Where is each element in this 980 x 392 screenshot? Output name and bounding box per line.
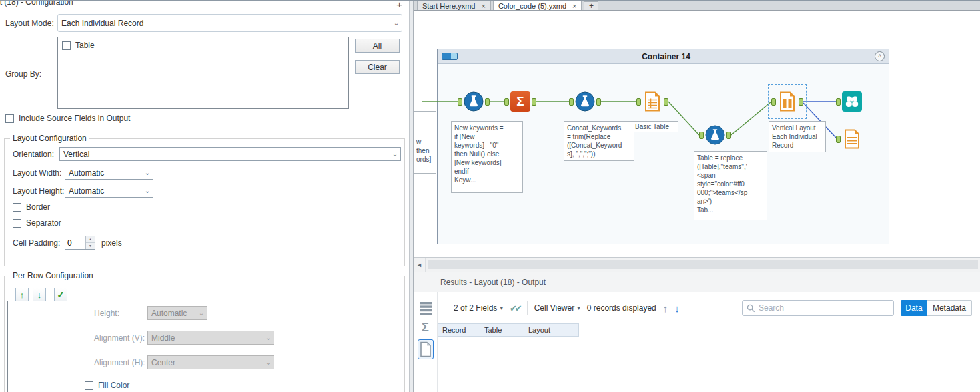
panel-splitter[interactable] [409,1,414,392]
container-collapse-button[interactable]: ^ [875,51,885,61]
input-anchor[interactable] [458,98,462,106]
results-grid-body[interactable] [438,337,980,392]
tool-formula-3[interactable] [699,125,731,145]
new-tab-button[interactable]: + [584,1,598,10]
summarize-tool-icon[interactable]: Σ [510,91,530,112]
fill-color-row[interactable]: Fill Color [85,381,129,390]
input-anchor[interactable] [836,136,841,143]
separator-checkbox[interactable] [13,219,21,228]
table-checkbox[interactable] [62,41,71,50]
column-header-record[interactable]: Record [438,323,480,337]
input-anchor[interactable] [636,98,641,106]
output-anchor[interactable] [664,98,668,106]
border-checkbox[interactable] [13,203,21,212]
tool-basic-table[interactable] [636,91,668,112]
fill-color-checkbox[interactable] [85,381,93,390]
include-source-fields-row[interactable]: Include Source Fields in Output [5,114,130,123]
chevron-down-icon: ⌄ [390,151,400,158]
annotation-layout-tool[interactable]: Vertical Layout Each Individual Record [769,121,826,152]
move-down-button[interactable]: ↓ [33,288,46,301]
results-anchor-output-button[interactable] [418,339,434,359]
tool-formula-2[interactable] [569,91,601,112]
search-input[interactable] [759,303,889,313]
output-anchor[interactable] [596,98,601,106]
browse-tool-icon[interactable] [842,91,862,112]
border-row[interactable]: Border [13,202,50,212]
separator-row[interactable]: Separator [13,218,61,228]
sigma-icon: Σ [422,321,429,333]
layout-tool-icon[interactable] [777,91,797,112]
output-anchor[interactable] [799,98,803,106]
tool-formula-1[interactable] [458,91,490,112]
input-anchor[interactable] [836,98,841,106]
tab-start-here[interactable]: Start Here.yxmd × [417,1,491,10]
tool-render[interactable] [836,129,868,149]
annotation-basic-table[interactable]: Basic Table [632,121,678,132]
move-up-button[interactable]: ↑ [15,288,29,301]
scroll-left-button[interactable]: ◄ [414,258,426,272]
input-anchor[interactable] [504,98,509,106]
metadata-button[interactable]: Metadata [927,300,972,316]
double-check-icon[interactable]: ✔✔ [510,303,520,313]
group-by-list[interactable]: Table [57,37,349,109]
formula-tool-icon[interactable] [464,91,484,112]
formula-tool-icon[interactable] [575,91,595,112]
spin-up-icon[interactable]: ▲ [86,236,95,243]
alignment-h-select[interactable]: Center ⌄ [147,355,274,369]
scrollbar-thumb[interactable] [428,260,978,269]
alignment-v-select[interactable]: Middle ⌄ [147,331,274,345]
results-anchor-rows-button[interactable] [419,301,432,315]
spin-down-icon[interactable]: ▼ [86,243,95,249]
annotation-formula-concat[interactable]: Concat_Keywords = trim(Replace ([Concat_… [564,121,634,161]
tool-browse[interactable] [836,91,868,112]
tab-color-code[interactable]: Color_code (5).yxmd × [493,1,582,10]
container-enable-toggle[interactable] [442,53,458,60]
annotation-formula-table-replace[interactable]: Table = replace ([Table],"teams",' <span… [694,151,767,220]
cell-padding-spin-buttons[interactable]: ▲ ▼ [85,236,95,249]
row-height-select[interactable]: Automatic ⌄ [147,306,207,320]
results-anchor-sigma-button[interactable]: Σ [422,321,429,333]
group-by-option-table[interactable]: Table [62,41,344,50]
workflow-canvas[interactable]: Container 14 ^ [414,11,980,257]
fields-dropdown[interactable]: 2 of 2 Fields ▾ [454,303,503,313]
next-record-button[interactable]: ↓ [674,303,680,314]
cell-padding-spinner[interactable]: ▲ ▼ [65,236,95,250]
input-anchor[interactable] [699,132,704,139]
container-header[interactable]: Container 14 ^ [438,49,889,64]
tool-layout[interactable] [771,91,803,112]
layout-mode-select[interactable]: Each Individual Record ⌄ [57,14,402,32]
table-tool-icon[interactable] [642,91,662,112]
column-header-table[interactable]: Table [480,323,524,337]
layout-height-select[interactable]: Automatic ⌄ [65,184,153,198]
annotation-formula-new-keywords[interactable]: New keywords = if [New keywords]= "0" th… [451,121,523,193]
column-header-layout[interactable]: Layout [524,323,579,337]
data-button[interactable]: Data [901,300,927,316]
previous-record-button[interactable]: ↑ [663,303,668,314]
apply-button[interactable]: ✓ [54,288,67,301]
clear-button[interactable]: Clear [355,60,400,74]
results-search-box[interactable] [742,300,894,316]
add-panel-icon[interactable]: + [396,1,402,10]
per-row-list[interactable] [7,301,77,392]
orientation-select[interactable]: Vertical ⌄ [59,147,401,161]
alignment-h-value: Center [148,358,263,367]
formula-tool-icon[interactable] [705,125,725,145]
output-anchor[interactable] [726,132,731,139]
input-anchor[interactable] [569,98,574,106]
include-source-fields-checkbox[interactable] [5,114,14,123]
layout-width-select[interactable]: Automatic ⌄ [65,166,153,180]
cell-padding-input[interactable] [65,236,85,249]
output-anchor[interactable] [485,98,490,106]
close-icon[interactable]: × [572,2,576,10]
per-row-configuration-title: Per Row Configuration [10,271,96,280]
select-all-button[interactable]: All [355,39,400,53]
configuration-panel: Layout (18) - Configuration + Layout Mod… [0,1,409,392]
output-anchor[interactable] [532,98,536,106]
canvas-horizontal-scrollbar[interactable]: ◄ [414,257,980,272]
input-anchor[interactable] [771,98,776,106]
tool-summarize[interactable]: Σ [504,91,536,112]
cell-viewer-dropdown[interactable]: Cell Viewer ▾ [534,303,580,313]
render-tool-icon[interactable] [842,129,862,149]
annotation-clipped[interactable]: = w then ords] [414,111,436,174]
close-icon[interactable]: × [481,2,485,10]
